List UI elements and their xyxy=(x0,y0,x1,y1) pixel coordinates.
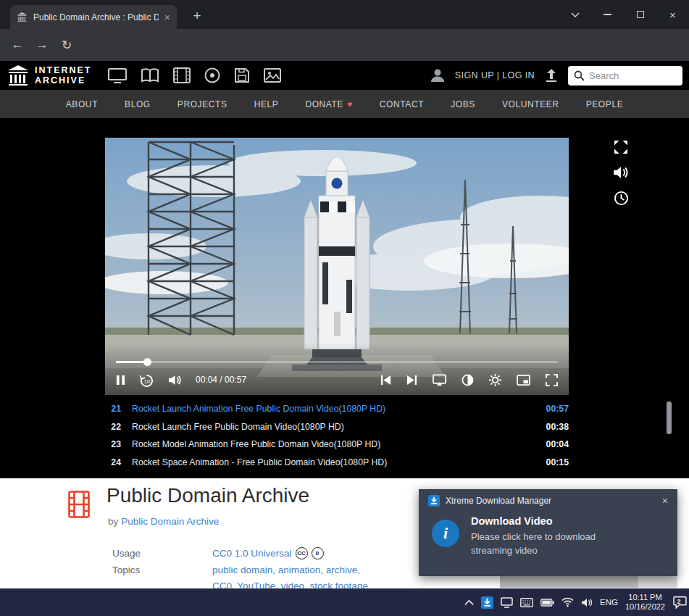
playlist-item-title[interactable]: Rocket Model Animation Free Public Domai… xyxy=(132,439,535,449)
playlist-item-duration: 00:15 xyxy=(535,457,569,467)
progress-bar[interactable] xyxy=(116,361,558,363)
action-center-button[interactable]: 2 xyxy=(672,596,687,609)
playlist-item[interactable]: 24 Rocket Space Animation - Free Public … xyxy=(105,454,569,472)
tray-battery-icon[interactable] xyxy=(540,599,554,607)
system-tray: ENG 10:11 PM 10/16/2022 2 xyxy=(464,588,687,616)
mute-speaker-button[interactable] xyxy=(611,163,630,182)
volume-button[interactable] xyxy=(168,375,182,386)
by-label: by xyxy=(108,516,118,527)
xdm-app-icon xyxy=(428,495,440,507)
taskbar: ENG 10:11 PM 10/16/2022 2 xyxy=(0,588,689,616)
web-icon[interactable] xyxy=(108,67,127,83)
tray-display-icon[interactable] xyxy=(501,597,513,608)
window-maximize-button[interactable] xyxy=(624,0,656,29)
playlist-scrollbar[interactable] xyxy=(667,401,672,434)
tray-keyboard-icon[interactable] xyxy=(520,598,533,607)
xdm-text-line-2: streaming video xyxy=(471,544,596,557)
pause-button[interactable] xyxy=(116,375,125,386)
tray-language[interactable]: ENG xyxy=(600,598,618,607)
playlist-item-title[interactable]: Rocket Launch Free Public Domain Video(1… xyxy=(132,422,535,432)
picture-in-picture-button[interactable] xyxy=(517,375,530,386)
forward-button[interactable]: → xyxy=(32,35,52,55)
archive-logo-text[interactable]: INTERNET ARCHIVE xyxy=(35,65,92,86)
topics-label: Topics xyxy=(112,565,212,575)
usage-row: Usage CC0 1.0 Universal CC 0 xyxy=(112,547,324,559)
next-track-button[interactable] xyxy=(406,375,417,386)
archive-logo-icon[interactable] xyxy=(7,64,30,87)
fullscreen-button[interactable] xyxy=(546,374,558,386)
history-clock-button[interactable] xyxy=(611,188,630,207)
audio-icon[interactable] xyxy=(204,67,220,83)
nav-help[interactable]: HELP xyxy=(254,99,279,109)
nav-people[interactable]: PEOPLE xyxy=(586,99,624,109)
playlist: 21 Rocket Launch Animation Free Public D… xyxy=(105,400,569,471)
nav-volunteer[interactable]: VOLUNTEER xyxy=(502,99,559,109)
xdm-body[interactable]: i Download Video Please click here to do… xyxy=(419,509,677,557)
xdm-notification[interactable]: Xtreme Download Manager × i Download Vid… xyxy=(419,489,677,576)
playlist-item[interactable]: 22 Rocket Launch Free Public Domain Vide… xyxy=(105,418,569,436)
airplay-cast-button[interactable] xyxy=(433,374,446,386)
expand-button[interactable] xyxy=(611,138,630,157)
cc-zero-icon[interactable]: 0 xyxy=(312,547,324,559)
tray-speaker-icon[interactable] xyxy=(581,598,593,607)
video-icon[interactable] xyxy=(173,67,191,83)
tab-close-icon[interactable]: × xyxy=(164,12,170,23)
nav-blog[interactable]: BLOG xyxy=(125,99,151,109)
contrast-button[interactable] xyxy=(462,374,474,386)
new-tab-button[interactable]: + xyxy=(187,6,207,26)
playlist-item-number: 24 xyxy=(105,457,121,467)
upload-icon[interactable] xyxy=(544,68,559,83)
tray-wifi-icon[interactable] xyxy=(561,597,574,607)
back-button[interactable]: ← xyxy=(7,35,28,55)
xdm-close-icon[interactable]: × xyxy=(662,495,668,507)
nav-jobs[interactable]: JOBS xyxy=(451,99,475,109)
tray-xdm-icon[interactable] xyxy=(481,596,493,609)
playlist-item-title[interactable]: Rocket Space Animation - Free Public Dom… xyxy=(132,457,535,467)
license-link[interactable]: CC0 1.0 Universal xyxy=(212,548,292,559)
playlist-item-title[interactable]: Rocket Launch Animation Free Public Doma… xyxy=(132,404,535,414)
uploader-link[interactable]: Public Domain Archive xyxy=(121,516,219,527)
browser-navbar: ← → ↻ archive.org/details/public-domain-… xyxy=(0,29,689,61)
tray-time: 10:11 PM xyxy=(625,593,665,602)
software-icon[interactable] xyxy=(234,67,250,83)
xdm-heading[interactable]: Download Video xyxy=(471,515,596,527)
topics-links-2[interactable]: CC0, YouTube, video, stock footage xyxy=(212,580,368,588)
playlist-item-duration: 00:57 xyxy=(535,404,569,414)
xdm-text-line-1: Please click here to download xyxy=(471,530,596,544)
settings-gear-button[interactable] xyxy=(489,374,501,386)
reload-button[interactable]: ↻ xyxy=(57,35,77,55)
tray-date: 10/16/2022 xyxy=(625,602,665,612)
logo-line-1: INTERNET xyxy=(35,65,92,75)
playlist-item-duration: 00:38 xyxy=(535,422,569,432)
nav-donate[interactable]: DONATE♥ xyxy=(305,99,352,109)
nav-projects[interactable]: PROJECTS xyxy=(178,99,227,109)
video-frame[interactable]: 10 00:04 / 00:57 xyxy=(105,138,569,395)
info-icon: i xyxy=(432,520,459,547)
browser-tab[interactable]: Public Domain Archive : Public D × xyxy=(10,5,177,29)
archive-search-box[interactable] xyxy=(568,66,682,86)
signup-login-link[interactable]: SIGN UP | LOG IN xyxy=(455,70,535,80)
search-input[interactable] xyxy=(589,70,675,81)
images-icon[interactable] xyxy=(264,68,281,83)
playlist-item-number: 21 xyxy=(105,404,121,414)
cc-license-icon[interactable]: CC xyxy=(296,547,308,559)
topics-links[interactable]: public domain, animation, archive, xyxy=(212,565,360,575)
playlist-item-number: 22 xyxy=(105,422,121,432)
person-icon[interactable] xyxy=(430,67,446,83)
tray-clock[interactable]: 10:11 PM 10/16/2022 xyxy=(625,593,665,612)
window-chevron-icon[interactable] xyxy=(559,0,591,29)
background-notification-strip-end xyxy=(638,576,677,588)
nav-donate-label: DONATE xyxy=(305,99,343,109)
archive-nav: ABOUT BLOG PROJECTS HELP DONATE♥ CONTACT… xyxy=(0,90,689,118)
playlist-item[interactable]: 21 Rocket Launch Animation Free Public D… xyxy=(105,400,569,418)
texts-icon[interactable] xyxy=(141,67,159,83)
window-minimize-button[interactable] xyxy=(591,0,624,29)
nav-contact[interactable]: CONTACT xyxy=(380,99,424,109)
nav-about[interactable]: ABOUT xyxy=(66,99,98,109)
tray-chevron-up-icon[interactable] xyxy=(464,599,474,606)
window-close-button[interactable]: × xyxy=(656,0,689,29)
previous-track-button[interactable] xyxy=(380,375,391,386)
playlist-item[interactable]: 23 Rocket Model Animation Free Public Do… xyxy=(105,436,569,454)
progress-knob[interactable] xyxy=(143,358,151,366)
rewind-10-button[interactable]: 10 xyxy=(139,373,154,387)
